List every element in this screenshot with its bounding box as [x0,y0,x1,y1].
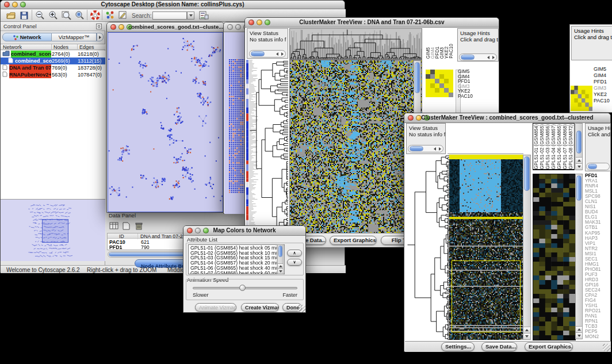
scroll-thumb[interactable] [251,51,265,56]
export-graphics-button[interactable]: Export Graphics... [330,236,377,245]
column-header-network[interactable]: Network [3,44,22,50]
export-graphics-button[interactable]: Export Graphics... [525,342,573,351]
float-panel-icon[interactable] [96,24,102,29]
zoom-selected-icon[interactable] [74,10,85,21]
column-label[interactable]: GPL51-08 (GSM872) [568,124,574,169]
zoom-fit-icon[interactable] [61,10,72,21]
gene-label[interactable]: MON2 [585,334,611,339]
column-label[interactable]: GIM3 [439,29,444,59]
create-vizmap-button[interactable]: Create Vizmap [241,303,279,312]
settings-button[interactable]: Settings... [441,342,475,351]
scroll-left-button[interactable] [274,51,280,56]
save-data-button[interactable]: Save Data... [481,342,517,351]
network-view-area[interactable] [108,32,223,212]
slider-thumb[interactable] [239,285,246,291]
scroll-up-button[interactable] [576,326,582,332]
scroll-up-button[interactable] [576,157,582,163]
row-label[interactable]: GIM4 [594,72,612,79]
treeview2-titlebar[interactable]: ClusterMaker TreeView : combined_scores_… [404,113,610,123]
column-label[interactable]: PFD1 [435,29,439,59]
scroll-up-button[interactable] [523,327,530,333]
column-dendrogram-canvas[interactable] [289,28,422,60]
tab-vizmapper[interactable]: VizMapper™ [52,33,97,41]
move-down-button[interactable]: ∨ [287,259,302,266]
row-dendrogram-canvas[interactable] [407,155,449,340]
scroll-thumb[interactable] [278,246,282,257]
column-label[interactable]: GIM5 [426,29,430,59]
row-dendrogram-canvas[interactable] [249,60,288,233]
scroll-thumb[interactable] [410,146,423,151]
column-labels-scrollbar[interactable] [575,123,583,170]
scroll-up-button[interactable] [278,263,283,269]
scroll-left-button[interactable] [485,55,491,60]
save-session-icon[interactable] [18,10,29,21]
data-column-id[interactable]: ID [119,233,124,239]
open-session-icon[interactable] [5,10,16,21]
delete-attribute-icon[interactable] [133,220,144,231]
column-label[interactable]: GPL51-04 (GSM857) [550,124,556,169]
minimize-button[interactable] [235,24,241,30]
column-label[interactable]: PAC10 [449,29,453,59]
scroll-down-button[interactable] [278,269,283,274]
search-input[interactable] [152,12,187,20]
column-label[interactable]: GPL51-02 (GSM855) [539,124,545,169]
scroll-right-button[interactable] [491,55,496,60]
row-label[interactable]: GIM3 [594,85,612,91]
search-dropdown-button[interactable] [187,12,194,20]
column-header-nodes[interactable]: Nodes [51,44,68,50]
scroll-thumb[interactable] [461,55,475,60]
scroll-thumb[interactable] [415,62,420,93]
network-canvas[interactable] [108,33,223,211]
column-label[interactable]: GPL51-06 (GSM865) [557,124,563,169]
zoom-out-icon[interactable] [35,10,45,21]
column-label[interactable]: YKE2 [444,29,449,59]
usage-hints-scrollbar[interactable] [459,53,497,61]
annotation-icon[interactable] [117,10,128,21]
close-button[interactable] [227,24,233,30]
scroll-down-button[interactable] [576,163,582,170]
usage-hints-scrollbar[interactable] [586,163,610,170]
global-heatmap-canvas[interactable] [289,60,422,234]
scroll-thumb[interactable] [588,164,597,169]
column-label[interactable]: GPL51-07 (GSM868) [563,124,568,169]
scroll-down-button[interactable] [523,333,530,339]
scroll-right-button[interactable] [280,51,285,56]
column-label[interactable]: GPL51-03 (GSM856) [545,124,550,169]
zoom-in-icon[interactable] [48,10,59,21]
tab-network[interactable]: Network [2,33,52,41]
view-status-scrollbar[interactable] [249,50,286,58]
animate-vizmap-button[interactable]: Animate Vizmap [195,303,236,312]
network-table-row[interactable]: RNAPuberNov2+ 563(0) 107847(0) [1,71,105,78]
column-label[interactable]: GIM4 [430,29,435,59]
move-up-button[interactable]: ∧ [287,250,302,256]
scroll-left-button[interactable] [432,146,437,151]
global-heatmap-canvas[interactable] [449,155,523,340]
heatmap-vscrollbar[interactable] [523,155,531,340]
attribute-browser-icon[interactable] [198,10,209,21]
tab-overflow-button[interactable] [97,33,104,41]
row-label[interactable]: PAC10 [594,98,612,104]
attribute-list-scrollbar[interactable] [277,244,284,274]
scroll-down-button[interactable] [576,332,582,339]
row-label[interactable]: GIM5 [594,66,612,72]
scroll-thumb[interactable] [576,175,582,201]
column-label[interactable]: GPL51-01 (GSM854) [533,124,539,169]
attribute-list-item[interactable]: GPL51-07 (GSM868) heat shock 60 min [190,271,284,274]
scroll-right-button[interactable] [437,146,442,151]
new-attribute-icon[interactable] [121,220,132,231]
scroll-thumb[interactable] [524,156,530,191]
vizmapper-nodes-icon[interactable] [105,10,116,21]
zoom-heatmap-canvas[interactable] [426,70,453,97]
network-window-titlebar[interactable]: combined_scores_good.txt--cluste... [107,22,224,32]
zoom-heatmap-canvas[interactable] [533,174,576,340]
column-header-edges[interactable]: Edges [77,44,94,50]
row-label[interactable]: PAC10 [458,94,483,99]
zoom-vscrollbar[interactable] [575,174,583,339]
row-label[interactable]: YKE2 [594,91,612,98]
row-label[interactable]: PFD1 [594,79,612,85]
network-overview-panel[interactable] [1,199,105,261]
main-window-titlebar[interactable]: Cytoscape Desktop (Session Name: collins… [1,1,345,9]
table-view-icon[interactable] [108,220,119,231]
zoom-heatmap-canvas[interactable] [571,86,592,111]
resize-grip[interactable] [298,305,305,312]
